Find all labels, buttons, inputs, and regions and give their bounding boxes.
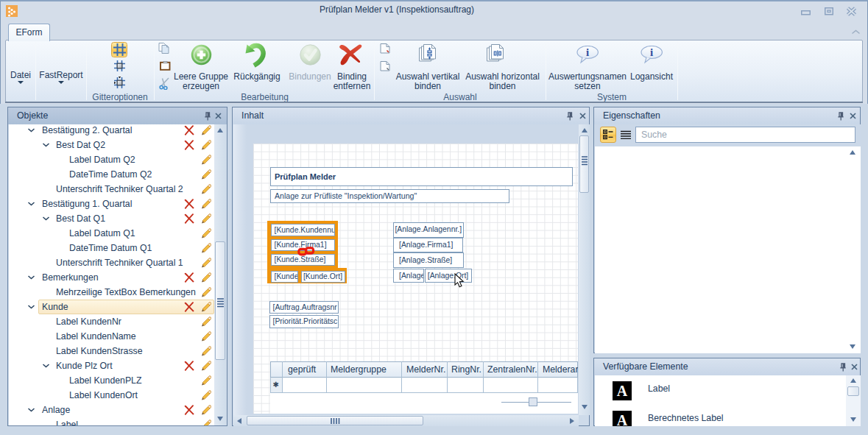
svg-text:i: i: [586, 46, 589, 58]
svg-text:i: i: [650, 46, 653, 58]
